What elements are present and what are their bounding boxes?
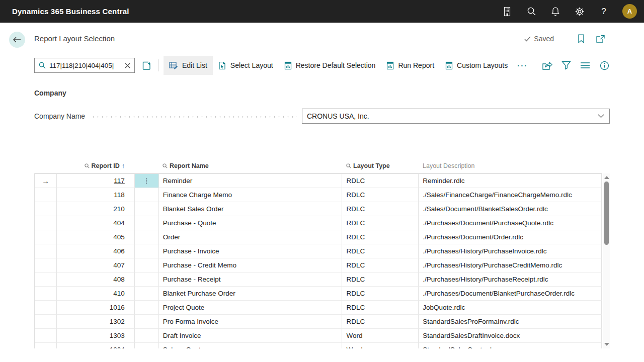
layout-description-cell[interactable]: ./Sales/Document/BlanketSalesOrder.rdlc <box>419 202 602 216</box>
more-options-icon[interactable]: ··· <box>513 61 532 70</box>
select-layout-button[interactable]: Select Layout <box>213 56 279 75</box>
report-id-cell[interactable]: 118 <box>57 188 135 202</box>
layout-type-cell[interactable]: RDLC <box>342 188 419 202</box>
info-icon[interactable] <box>599 60 610 71</box>
column-header-layout-description[interactable]: Layout Description <box>419 162 602 169</box>
column-header-layout-type[interactable]: Layout Type <box>342 162 419 169</box>
row-menu-cell[interactable] <box>135 216 159 230</box>
user-avatar[interactable]: A <box>622 4 637 19</box>
row-indicator-cell[interactable] <box>35 258 57 273</box>
row-menu-cell[interactable] <box>135 315 159 329</box>
layout-description-cell[interactable]: JobQuote.rdlc <box>419 301 602 315</box>
settings-gear-icon[interactable] <box>574 6 585 17</box>
notifications-bell-icon[interactable] <box>550 6 561 17</box>
report-name-cell[interactable]: Pro Forma Invoice <box>159 315 343 329</box>
report-id-cell[interactable]: 1303 <box>57 329 135 343</box>
layout-description-cell[interactable]: ./Purchases/Document/Order.rdlc <box>419 230 602 244</box>
run-report-button[interactable]: Run Report <box>381 56 440 75</box>
layout-description-cell[interactable]: ./Purchases/History/PurchaseCreditMemo.r… <box>419 258 602 273</box>
filter-search-box[interactable] <box>34 58 135 73</box>
custom-layouts-button[interactable]: Custom Layouts <box>440 56 513 75</box>
report-name-cell[interactable]: Reminder <box>159 174 343 188</box>
report-id-cell[interactable]: 1302 <box>57 315 135 329</box>
restore-default-selection-button[interactable]: Restore Default Selection <box>279 56 381 75</box>
report-id-cell[interactable]: 117 <box>57 174 135 188</box>
company-name-dropdown[interactable]: CRONUS USA, Inc. <box>302 109 610 124</box>
row-menu-cell[interactable] <box>135 301 159 315</box>
row-menu-cell[interactable] <box>135 230 159 244</box>
row-menu-cell[interactable] <box>135 188 159 202</box>
open-in-new-window-icon[interactable] <box>595 34 605 44</box>
row-indicator-cell[interactable] <box>35 188 57 202</box>
saved-views-grid-icon[interactable] <box>142 61 151 70</box>
layout-type-cell[interactable]: RDLC <box>342 315 419 329</box>
row-indicator-cell[interactable]: → <box>35 174 57 188</box>
report-name-cell[interactable]: Draft Invoice <box>159 329 343 343</box>
report-name-cell[interactable]: Purchase - Receipt <box>159 273 343 287</box>
row-indicator-cell[interactable] <box>35 301 57 315</box>
scroll-down-arrow-icon[interactable] <box>604 343 609 346</box>
row-menu-cell[interactable] <box>135 258 159 273</box>
report-name-cell[interactable]: Purchase - Credit Memo <box>159 258 343 273</box>
report-id-cell[interactable]: 407 <box>57 258 135 273</box>
row-indicator-cell[interactable] <box>35 343 57 348</box>
company-switcher-icon[interactable] <box>502 6 513 17</box>
row-menu-cell[interactable] <box>135 202 159 216</box>
layout-type-cell[interactable]: Word <box>342 343 419 348</box>
layout-type-cell[interactable]: RDLC <box>342 230 419 244</box>
report-name-cell[interactable]: Order <box>159 230 343 244</box>
row-indicator-cell[interactable] <box>35 329 57 343</box>
help-icon[interactable]: ? <box>598 6 609 17</box>
filter-funnel-icon[interactable] <box>560 60 572 71</box>
report-id-cell[interactable]: 1304 <box>57 343 135 348</box>
layout-description-cell[interactable]: ./Purchases/History/PurchaseInvoice.rdlc <box>419 244 602 258</box>
scroll-up-arrow-icon[interactable] <box>604 176 609 179</box>
row-indicator-cell[interactable] <box>35 315 57 329</box>
layout-description-cell[interactable]: StandardSalesQuote.docx <box>419 343 602 348</box>
report-name-cell[interactable]: Project Quote <box>159 301 343 315</box>
bookmark-icon[interactable] <box>576 34 586 44</box>
report-name-cell[interactable]: Purchase - Invoice <box>159 244 343 258</box>
layout-description-cell[interactable]: Reminder.rdlc <box>419 174 602 188</box>
layout-type-cell[interactable]: RDLC <box>342 258 419 273</box>
report-name-cell[interactable]: Blanket Purchase Order <box>159 287 343 301</box>
row-menu-cell[interactable] <box>135 343 159 348</box>
vertical-scrollbar[interactable] <box>603 173 610 348</box>
layout-description-cell[interactable]: StandardSalesProFormaInv.rdlc <box>419 315 602 329</box>
row-menu-cell[interactable]: ⋮ <box>135 174 159 188</box>
row-indicator-cell[interactable] <box>35 216 57 230</box>
layout-type-cell[interactable]: RDLC <box>342 244 419 258</box>
share-icon[interactable] <box>541 60 552 71</box>
report-id-cell[interactable]: 1016 <box>57 301 135 315</box>
column-header-report-name[interactable]: Report Name <box>158 162 342 169</box>
search-icon[interactable] <box>526 6 537 17</box>
row-indicator-cell[interactable] <box>35 273 57 287</box>
layout-description-cell[interactable]: ./Purchases/Document/BlanketPurchaseOrde… <box>419 287 602 301</box>
row-menu-cell[interactable] <box>135 329 159 343</box>
filter-search-input[interactable] <box>49 62 125 69</box>
row-indicator-cell[interactable] <box>35 287 57 301</box>
report-id-cell[interactable]: 410 <box>57 287 135 301</box>
report-id-cell[interactable]: 404 <box>57 216 135 230</box>
report-id-cell[interactable]: 408 <box>57 273 135 287</box>
row-menu-cell[interactable] <box>135 244 159 258</box>
row-indicator-cell[interactable] <box>35 244 57 258</box>
back-button[interactable] <box>9 32 25 48</box>
report-id-cell[interactable]: 405 <box>57 230 135 244</box>
scrollbar-thumb[interactable] <box>604 182 609 245</box>
report-id-cell[interactable]: 210 <box>57 202 135 216</box>
layout-type-cell[interactable]: RDLC <box>342 174 419 188</box>
layout-type-cell[interactable]: Word <box>342 329 419 343</box>
row-indicator-cell[interactable] <box>35 202 57 216</box>
layout-type-cell[interactable]: RDLC <box>342 287 419 301</box>
list-view-icon[interactable] <box>580 60 591 71</box>
layout-type-cell[interactable]: RDLC <box>342 301 419 315</box>
row-menu-cell[interactable] <box>135 273 159 287</box>
layout-type-cell[interactable]: RDLC <box>342 216 419 230</box>
layout-type-cell[interactable]: RDLC <box>342 202 419 216</box>
report-name-cell[interactable]: Sales - Quote <box>159 343 343 348</box>
report-name-cell[interactable]: Blanket Sales Order <box>159 202 343 216</box>
layout-description-cell[interactable]: ./Sales/FinanceCharge/FinanceChargeMemo.… <box>419 188 602 202</box>
report-name-cell[interactable]: Purchase - Quote <box>159 216 343 230</box>
layout-description-cell[interactable]: ./Purchases/Document/PurchaseQuote.rdlc <box>419 216 602 230</box>
